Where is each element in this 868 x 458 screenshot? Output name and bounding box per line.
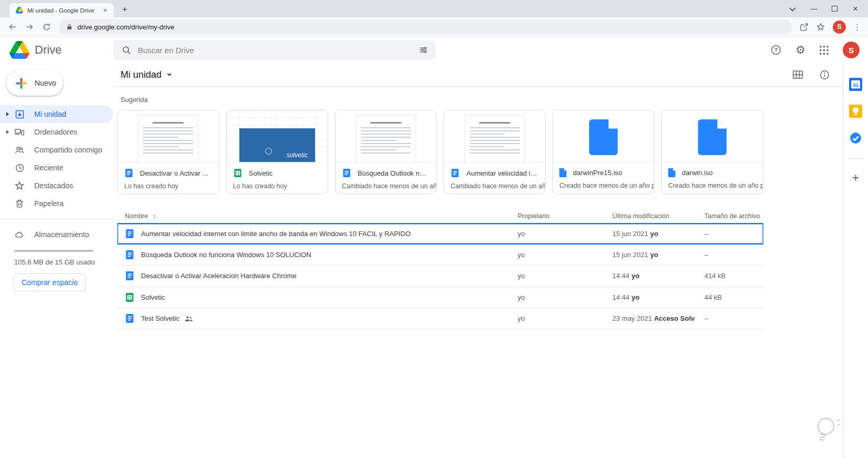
- file-name: Búsqueda Outlook no funciona Windows 10 …: [141, 251, 311, 259]
- suggested-card[interactable]: Búsqueda Outlook no func... Cambiado hac…: [335, 110, 437, 194]
- back-button[interactable]: [5, 19, 20, 34]
- card-meta: Creado hace menos de un año por ti: [553, 177, 654, 189]
- solvetic-bulb-logo: [265, 148, 272, 155]
- browser-tab[interactable]: Mi unidad - Google Drive ×: [9, 3, 114, 17]
- sidebar-item-label: Reciente: [34, 164, 63, 172]
- table-row[interactable]: Búsqueda Outlook no funciona Windows 10 …: [117, 245, 763, 266]
- add-panel-app-icon[interactable]: +: [852, 172, 859, 183]
- search-icon[interactable]: [122, 45, 132, 55]
- search-options-tune-icon[interactable]: [419, 45, 428, 55]
- svg-text:31: 31: [853, 82, 859, 88]
- title-dropdown-caret-icon[interactable]: [167, 74, 172, 76]
- bookmark-star-icon[interactable]: [816, 22, 825, 32]
- browser-toolbar: drive.google.com/drive/my-drive S ⋮: [0, 17, 868, 37]
- solvetic-logo-text: solvetic: [287, 151, 308, 159]
- table-row[interactable]: Test Solvetic yo 23 may 2021Acceso Solv …: [117, 308, 763, 330]
- suggested-card[interactable]: darwinPre15.iso Creado hace menos de un …: [552, 110, 654, 194]
- card-meta: Cambiado hace menos de un año ...: [444, 178, 545, 190]
- file-list: Nombre ↑ Propietario Última modificación…: [117, 209, 763, 330]
- google-docs-icon: [125, 313, 135, 323]
- card-meta: Creado hace menos de un año por ti: [662, 177, 763, 189]
- tab-title: Mi unidad - Google Drive: [27, 7, 97, 14]
- sidebar-item-trash[interactable]: Papelera: [0, 195, 113, 212]
- info-icon[interactable]: [819, 69, 830, 80]
- settings-gear-icon[interactable]: ⚙: [795, 45, 805, 55]
- file-modifier: yo: [632, 272, 640, 280]
- my-drive-icon: [14, 109, 25, 119]
- suggested-card[interactable]: Aumentar velocidad intern... Cambiado ha…: [443, 110, 546, 194]
- section-label: Sugerida: [120, 96, 763, 104]
- column-header-modified[interactable]: Última modificación: [612, 212, 704, 220]
- table-row[interactable]: Aumentar velocidad internet con limite a…: [117, 223, 763, 245]
- search-input[interactable]: [138, 46, 412, 55]
- drive-search-bar[interactable]: [113, 40, 436, 60]
- file-owner: yo: [518, 251, 612, 259]
- file-name: Solvetic: [141, 293, 165, 301]
- app-name: Drive: [35, 43, 62, 57]
- expand-caret-icon[interactable]: [6, 130, 9, 134]
- file-modifier: yo: [632, 293, 640, 301]
- spreadsheet-thumbnail: solvetic: [227, 110, 328, 162]
- browser-menu-icon[interactable]: ⋮: [853, 26, 861, 28]
- suggested-card[interactable]: Desactivar o Activar Acele... Lo has cre…: [117, 110, 219, 194]
- sidebar-item-starred[interactable]: Destacados: [0, 177, 113, 195]
- expand-caret-icon[interactable]: [6, 112, 9, 116]
- sidebar-item-my-drive[interactable]: Mi unidad: [0, 105, 113, 123]
- trash-icon: [14, 198, 25, 209]
- chrome-profile-avatar[interactable]: S: [833, 21, 846, 34]
- file-name: Desactivar o Activar Aceleracion Hardwar…: [141, 272, 297, 280]
- file-list-header: Nombre ↑ Propietario Última modificación…: [117, 209, 763, 223]
- google-tasks-icon[interactable]: [849, 131, 862, 145]
- page-title[interactable]: Mi unidad: [120, 69, 162, 80]
- sidebar-item-label: Ordenadores: [34, 128, 77, 136]
- file-modified-date: 14:44: [612, 272, 630, 280]
- suggested-card[interactable]: solvetic Solvetic Lo has creado hoy: [226, 110, 328, 194]
- column-header-size[interactable]: Tamaño de archivo: [704, 212, 763, 220]
- file-name: Test Solvetic: [141, 314, 179, 322]
- window-close-button[interactable]: ×: [850, 4, 861, 14]
- account-avatar[interactable]: S: [843, 42, 860, 58]
- google-keep-icon[interactable]: [849, 105, 862, 118]
- sort-ascending-icon[interactable]: ↑: [153, 212, 156, 220]
- buy-storage-button[interactable]: Comprar espacio: [14, 273, 86, 291]
- card-meta: Cambiado hace menos de un año ...: [336, 178, 437, 190]
- reload-button[interactable]: [39, 19, 54, 34]
- file-owner: yo: [518, 272, 612, 280]
- browser-window: Mi unidad - Google Drive × + — × drive: [0, 0, 868, 458]
- shared-with-me-icon: [14, 145, 25, 155]
- help-icon[interactable]: ?: [770, 44, 782, 56]
- multicolor-plus-icon: [14, 76, 28, 90]
- drive-brand[interactable]: Drive: [9, 41, 113, 59]
- table-row[interactable]: Desactivar o Activar Aceleracion Hardwar…: [117, 266, 763, 287]
- suggested-card[interactable]: darwin.iso Creado hace menos de un año p…: [661, 110, 763, 194]
- rail-divider: [850, 158, 862, 159]
- grid-view-icon[interactable]: [792, 70, 803, 79]
- column-header-name[interactable]: Nombre: [125, 212, 148, 220]
- column-header-owner[interactable]: Propietario: [518, 212, 612, 220]
- address-bar[interactable]: drive.google.com/drive/my-drive: [59, 19, 792, 34]
- file-size: 44 kB: [704, 293, 763, 301]
- file-modifier: Acceso Solv: [654, 314, 694, 322]
- file-modified-date: 23 may 2021: [612, 314, 652, 322]
- new-button[interactable]: Nuevo: [6, 70, 63, 96]
- google-apps-grid-icon[interactable]: [819, 45, 829, 55]
- tab-close-icon[interactable]: ×: [101, 6, 109, 15]
- card-meta: Lo has creado hoy: [227, 178, 328, 190]
- file-name: Aumentar velocidad internet con limite a…: [141, 230, 411, 238]
- table-row[interactable]: Solvetic yo 14:44yo 44 kB: [117, 287, 763, 309]
- new-tab-button[interactable]: +: [118, 3, 132, 16]
- sidebar-item-shared-with-me[interactable]: Compartido conmigo: [0, 141, 113, 159]
- window-minimize-button[interactable]: —: [809, 5, 819, 13]
- lock-icon: [66, 23, 73, 30]
- sidebar-item-computers[interactable]: Ordenadores: [0, 123, 113, 141]
- card-title: Búsqueda Outlook no func...: [358, 169, 430, 177]
- sidebar-item-storage[interactable]: Almacenamiento: [0, 226, 113, 243]
- sidebar-item-recent[interactable]: Reciente: [0, 159, 113, 177]
- forward-button[interactable]: [22, 19, 37, 34]
- google-calendar-icon[interactable]: 31: [849, 78, 862, 91]
- tab-search-chevron-icon[interactable]: [789, 4, 796, 14]
- file-modified-date: 15 jun 2021: [612, 230, 648, 238]
- share-icon[interactable]: [800, 23, 809, 32]
- sidebar-divider: [0, 219, 113, 219]
- window-maximize-button[interactable]: [832, 6, 837, 12]
